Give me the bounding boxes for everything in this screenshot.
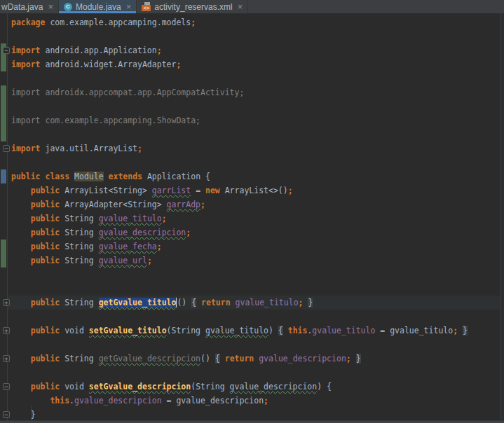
code-line[interactable]: import android.widget.ArrayAdapter; (0, 57, 504, 71)
fold-marker-icon[interactable]: − (3, 145, 10, 152)
code-token (104, 172, 109, 181)
code-line[interactable]: import android.app.Application; (0, 43, 504, 57)
code-line[interactable]: package com.example.appcamping.models; (0, 15, 504, 29)
code-line[interactable]: } (0, 408, 504, 422)
code-editor[interactable]: package com.example.appcamping.models;im… (0, 13, 504, 420)
code-line[interactable]: public String gvalue_titulo; (0, 212, 504, 226)
fold-marker-icon[interactable]: − (3, 383, 10, 390)
fold-marker-icon[interactable]: + (3, 299, 10, 306)
code-line[interactable]: import java.util.ArrayList; (0, 141, 504, 155)
code-line[interactable] (0, 282, 504, 296)
tab-showdata-java[interactable]: wData.java × (0, 0, 59, 13)
code-token: ; (157, 46, 162, 55)
code-token: public (11, 172, 41, 181)
code-line[interactable]: public void setGvalue_titulo(String gval… (0, 324, 504, 338)
fold-marker-icon[interactable]: − (3, 47, 10, 54)
code-token (458, 326, 463, 335)
code-token: gvalue_descripcion (99, 228, 186, 237)
code-token: new (205, 186, 220, 195)
code-token: (String (191, 382, 229, 391)
code-token: void (60, 326, 89, 335)
code-line[interactable] (0, 127, 504, 141)
vcs-change-bar[interactable] (1, 169, 6, 183)
code-line[interactable]: public class Module extends Application … (0, 169, 504, 183)
code-token (220, 354, 225, 363)
code-token (11, 200, 31, 209)
code-token: (String (167, 326, 205, 335)
code-line[interactable] (0, 71, 504, 85)
code-token: String (60, 256, 98, 265)
indent-guide (31, 405, 32, 422)
close-icon[interactable]: × (238, 0, 243, 13)
code-line[interactable] (0, 338, 504, 352)
code-token: gvalue_titulo (205, 326, 268, 335)
code-token: ; (200, 200, 205, 209)
code-token: gvalue_titulo (99, 214, 162, 223)
tab-activity-reservas-xml[interactable]: <> activity_reservas.xml × (137, 0, 248, 13)
scrollbar-track[interactable] (500, 13, 504, 420)
vcs-change-bar[interactable] (1, 240, 6, 268)
code-token: = gvalue_descripcion (162, 396, 264, 405)
code-line[interactable]: public String gvalue_url; (0, 254, 504, 268)
code-token: String (60, 242, 98, 251)
code-token: gvalue_titulo (236, 298, 299, 307)
code-line[interactable]: this.gvalue_descripcion = gvalue_descrip… (0, 394, 504, 408)
code-line[interactable]: public void setGvalue_descripcion(String… (0, 380, 504, 394)
code-token (11, 214, 31, 223)
code-token: public (31, 326, 60, 335)
code-token (11, 382, 31, 391)
editor-gutter[interactable]: −−+++−− (0, 13, 8, 420)
code-token: this (288, 326, 308, 335)
code-line[interactable]: public String gvalue_fecha; (0, 240, 504, 254)
fold-marker-icon[interactable]: − (3, 411, 10, 418)
close-icon[interactable]: × (126, 0, 132, 13)
code-token (11, 298, 31, 307)
tab-label: activity_reservas.xml (154, 2, 232, 12)
code-token: this (50, 396, 69, 405)
fold-marker-icon[interactable]: + (3, 327, 10, 334)
code-line[interactable]: public ArrayAdapter<String> garrAdp; (0, 197, 504, 212)
code-token: = (191, 186, 205, 195)
code-token: ) { (317, 382, 332, 391)
code-token: public (31, 256, 60, 265)
code-token (11, 256, 31, 265)
code-token: ; (346, 354, 351, 363)
code-line[interactable] (0, 310, 504, 324)
code-token: public (31, 382, 60, 391)
code-token: ; (186, 228, 191, 237)
code-line[interactable] (0, 268, 504, 282)
code-area[interactable]: package com.example.appcamping.models;im… (0, 13, 504, 420)
code-token: gvalue_descripcion (259, 354, 346, 363)
code-line[interactable]: public String gvalue_descripcion; (0, 226, 504, 240)
java-class-icon: C (64, 3, 72, 11)
code-token: import (11, 46, 41, 55)
code-token: com.example.appcamping.models (45, 18, 191, 27)
code-token (11, 326, 31, 335)
code-token: import androidx.appcompat.app.AppCompatA… (11, 88, 244, 97)
code-token: ArrayAdapter<String> (60, 200, 166, 209)
code-token: gvalue_url (99, 256, 147, 265)
code-token (351, 354, 356, 363)
code-line[interactable]: public ArrayList<String> garrList = new … (0, 183, 504, 197)
code-token: ; (137, 144, 142, 153)
tab-module-java[interactable]: C Module.java × (59, 0, 137, 13)
code-token: gvalue_fecha (99, 242, 157, 251)
code-line[interactable]: public String getGvalue_descripcion() { … (0, 352, 504, 366)
code-line[interactable] (0, 99, 504, 113)
code-line[interactable]: public String getGvalue_titulo() { retur… (0, 296, 504, 310)
code-line[interactable] (0, 155, 504, 169)
code-line[interactable] (0, 366, 504, 380)
code-line[interactable] (0, 29, 504, 43)
code-token: gvalue_descripcion (74, 396, 162, 405)
code-token (283, 326, 288, 335)
code-token: { (278, 326, 283, 335)
code-token: public (31, 200, 60, 209)
fold-marker-icon[interactable]: + (3, 355, 10, 362)
code-token: ArrayList<String> (60, 186, 152, 195)
code-line[interactable]: import com.example.appcamping.ShowData; (0, 113, 504, 127)
close-icon[interactable]: × (48, 0, 53, 13)
code-token: ) (268, 326, 278, 335)
code-line[interactable]: import androidx.appcompat.app.AppCompatA… (0, 85, 504, 99)
code-token: extends (109, 172, 142, 181)
vcs-change-bar[interactable] (1, 85, 6, 141)
